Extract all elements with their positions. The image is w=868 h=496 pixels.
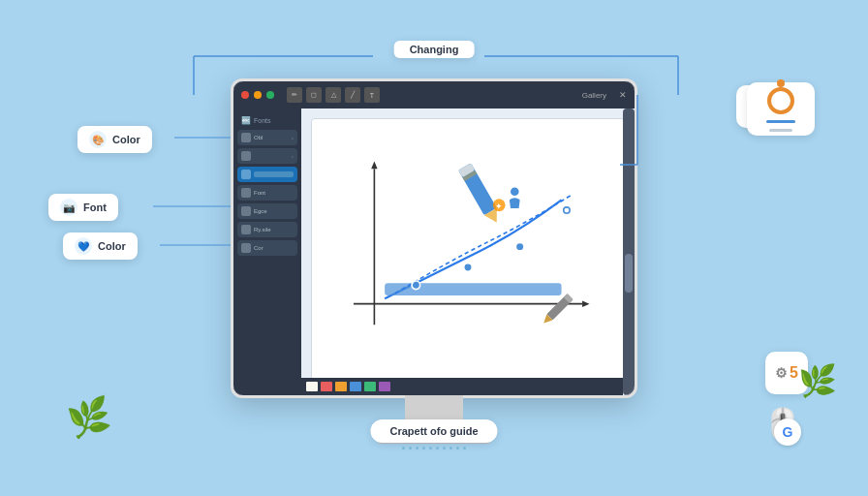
sidebar-label-edge: Egce <box>254 208 267 214</box>
sidebar-item-1[interactable]: › <box>237 148 297 164</box>
sidebar-icon-edge <box>241 206 251 216</box>
swatch-purple[interactable] <box>379 382 390 391</box>
swatch-red[interactable] <box>321 382 332 391</box>
sidebar-icon-2 <box>241 170 251 179</box>
donut-line1 <box>766 120 795 123</box>
changing-label: Changing <box>394 41 475 58</box>
screen: ✏ ◻ △ ╱ T Gallery ✕ 🔤 Fonts <box>233 81 635 395</box>
sidebar-icon-0 <box>241 133 251 142</box>
sidebar: 🔤 Fonts Obl › › <box>233 108 301 395</box>
sidebar-item-2[interactable] <box>237 167 297 182</box>
screen-content: 🔤 Fonts Obl › › <box>233 108 635 395</box>
sidebar-icon-style <box>241 225 251 234</box>
scrollbar[interactable] <box>623 108 635 395</box>
sidebar-item-edge[interactable]: Egce <box>237 203 297 219</box>
sidebar-header: 🔤 Fonts <box>237 114 297 127</box>
main-scene: Changing ✏ ◻ △ ╱ T Gallery ✕ <box>0 0 868 496</box>
font-label: Font <box>83 202 107 213</box>
screen-topbar: ✏ ◻ △ ╱ T Gallery ✕ <box>233 81 635 108</box>
gear-small-icon: ⚙ <box>775 365 788 381</box>
color-annotation-top: 🎨 Color <box>78 126 152 153</box>
sidebar-item-0[interactable]: Obl › <box>237 130 297 145</box>
swatch-green[interactable] <box>364 382 376 391</box>
swatch-blue[interactable] <box>350 382 361 391</box>
palette-icon: 🎨 <box>89 131 107 148</box>
tool-shape[interactable]: △ <box>326 87 341 103</box>
donut-line2 <box>769 129 792 132</box>
close-dot[interactable] <box>241 91 249 99</box>
sidebar-label-font: Font <box>254 190 265 196</box>
color-palette-bar <box>301 378 623 395</box>
svg-point-19 <box>511 187 519 196</box>
color-top-label: Color <box>112 134 140 145</box>
sidebar-item-font[interactable]: Font <box>237 185 297 201</box>
google-logo: G <box>774 418 801 446</box>
svg-text:✦: ✦ <box>495 202 503 211</box>
donut-dot <box>777 79 785 87</box>
color-annotation-bottom: 💙 Color <box>63 232 138 260</box>
sidebar-slider-2[interactable] <box>254 171 294 177</box>
plant-left: 🌿 <box>65 393 115 441</box>
sidebar-label-cor: Cor <box>254 245 264 251</box>
badge-number: 5 <box>790 364 798 382</box>
maximize-dot[interactable] <box>266 91 274 99</box>
heart-icon: 💙 <box>75 237 92 255</box>
sidebar-label-0: Obl <box>254 135 263 140</box>
sidebar-label-style: Ry.sile <box>254 227 271 232</box>
sidebar-icon-font <box>241 188 251 198</box>
close-button[interactable]: ✕ <box>619 90 627 100</box>
scrollbar-thumb[interactable] <box>625 254 633 293</box>
swatch-white[interactable] <box>306 382 318 391</box>
dotted-line <box>402 447 466 450</box>
canvas-inner: ✦ <box>311 118 625 386</box>
canvas-area[interactable]: ✦ <box>301 108 635 395</box>
minimize-dot[interactable] <box>254 91 262 99</box>
color-bottom-label: Color <box>98 240 126 252</box>
swatch-orange[interactable] <box>335 382 347 391</box>
svg-point-8 <box>515 242 524 251</box>
canvas-svg: ✦ <box>312 119 624 385</box>
svg-point-7 <box>464 264 473 272</box>
tool-text[interactable]: T <box>364 87 380 103</box>
monitor: ✏ ◻ △ ╱ T Gallery ✕ 🔤 Fonts <box>231 78 637 398</box>
sidebar-icon-cor <box>241 243 251 253</box>
topbar-right-label: Gallery <box>582 91 606 100</box>
donut-icon <box>767 87 794 114</box>
camera-icon: 📷 <box>60 199 78 216</box>
guide-label: Crapett ofo guide <box>370 419 497 443</box>
sidebar-item-cor[interactable]: Cor <box>237 240 297 256</box>
toolbar-tools: ✏ ◻ △ ╱ T <box>287 87 380 103</box>
tool-line[interactable]: ╱ <box>345 87 360 103</box>
tool-select[interactable]: ◻ <box>306 87 322 103</box>
plant-right: 🌿 <box>798 362 837 399</box>
sidebar-icon-1 <box>241 151 251 161</box>
tool-pen[interactable]: ✏ <box>287 87 302 103</box>
svg-point-6 <box>412 281 420 290</box>
donut-badge <box>747 82 815 136</box>
font-annotation: 📷 Font <box>48 194 118 221</box>
sidebar-item-style[interactable]: Ry.sile <box>237 222 297 237</box>
svg-point-9 <box>564 207 570 213</box>
